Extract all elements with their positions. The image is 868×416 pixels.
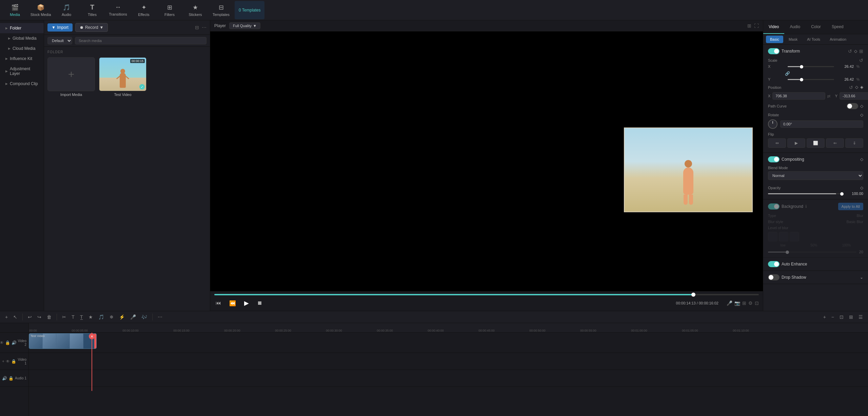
background-info-icon[interactable]: ℹ (805, 204, 807, 209)
keyframe-icon[interactable]: ◇ (854, 49, 857, 54)
rotate-diamond[interactable]: ◇ (860, 113, 863, 117)
link-icon[interactable]: 🔗 (785, 71, 790, 76)
tl-cursor-button[interactable]: ↖ (12, 313, 19, 321)
blend-mode-select[interactable]: Normal (768, 171, 863, 180)
v1-eye-icon[interactable]: 👁 (6, 359, 10, 364)
scale-reset[interactable]: ↺ (859, 58, 863, 63)
position-x-input[interactable] (772, 92, 825, 100)
play-button[interactable]: ▶ (243, 298, 250, 308)
drop-shadow-toggle[interactable] (768, 274, 780, 280)
tl-voiceover-button[interactable]: 🎤 (129, 313, 138, 321)
playhead-x-mark[interactable]: ✕ (89, 333, 95, 339)
tl-grid-button[interactable]: ⊞ (847, 313, 855, 321)
skip-back-button[interactable]: ⏮ (214, 299, 222, 308)
scale-x-slider[interactable] (788, 66, 834, 67)
add-track-button[interactable]: + (3, 313, 9, 321)
drop-shadow-expand[interactable]: ⌄ (860, 275, 863, 280)
nav-stock-media[interactable]: 📦 Stock Media (28, 1, 53, 19)
pip-icon[interactable]: ⊞ (742, 300, 746, 306)
tl-zoom-in-button[interactable]: + (822, 313, 828, 321)
a1-speaker-icon[interactable]: 🔊 (2, 376, 7, 381)
blur-slider[interactable] (768, 252, 856, 253)
import-media-item[interactable]: + Import Media (47, 57, 95, 97)
nav-templates-count[interactable]: 0 Templates (235, 1, 264, 19)
v2-speaker-icon[interactable]: 🔊 (12, 340, 17, 345)
nav-audio[interactable]: 🎵 Audio (54, 1, 79, 19)
nav-filters[interactable]: ⊞ Filters (157, 1, 182, 19)
compositing-diamond[interactable]: ◇ (860, 157, 863, 162)
v1-lock-icon[interactable]: 🔒 (11, 359, 16, 364)
playhead[interactable]: ✕ (92, 333, 92, 391)
scale-y-slider[interactable] (788, 79, 834, 80)
sort-select[interactable]: Default (47, 37, 72, 44)
tl-freeze-button[interactable]: ❄ (108, 313, 115, 321)
tl-music-button[interactable]: 🎶 (140, 313, 149, 321)
blur-handle[interactable] (786, 251, 789, 254)
opacity-diamond[interactable]: ◇ (860, 185, 863, 190)
tl-speed-button[interactable]: ⚡ (117, 313, 126, 321)
level-box-1[interactable] (768, 232, 777, 241)
subtab-animation[interactable]: Animation (826, 36, 850, 43)
zoom-fit-icon[interactable]: ⊡ (755, 300, 759, 306)
subtab-mask[interactable]: Mask (785, 36, 802, 43)
rotate-dial[interactable] (768, 119, 777, 129)
flip-play-button[interactable]: ▶ (787, 138, 805, 148)
nav-transitions[interactable]: ↔ Transitions (106, 1, 130, 19)
subtab-ai-tools[interactable]: AI Tools (803, 36, 824, 43)
nav-templates[interactable]: ⊟ Templates (209, 1, 233, 19)
video-clip-v2[interactable]: Test Video (29, 333, 97, 349)
sidebar-item-cloud[interactable]: ▶ Cloud Media (0, 43, 44, 54)
tab-color[interactable]: Color (806, 20, 826, 34)
flip-down-button[interactable]: ⇓ (845, 138, 863, 148)
progress-bar[interactable] (214, 294, 759, 295)
progress-handle[interactable] (691, 293, 695, 297)
timeline-ruler[interactable]: 00:00:00:00 00:00:05:00 00:00:10:00 00:0… (29, 323, 868, 333)
position-keyframe[interactable]: ◇ (855, 85, 858, 90)
import-button[interactable]: ▼ Import (47, 23, 73, 32)
v1-add-icon[interactable]: + (2, 359, 4, 364)
position-reset[interactable]: ↺ (849, 85, 853, 90)
level-box-2[interactable] (779, 232, 788, 241)
a1-lock-icon[interactable]: 🔒 (8, 376, 14, 381)
filter-icon[interactable]: ⊟ (195, 25, 199, 30)
background-toggle[interactable] (768, 203, 780, 210)
tl-redo-button[interactable]: ↪ (36, 313, 43, 321)
tl-audio-button[interactable]: 🎵 (97, 313, 106, 321)
compositing-toggle[interactable] (768, 156, 780, 162)
sidebar-item-folder[interactable]: ▶ Folder (0, 23, 44, 33)
snapshot-icon[interactable]: 📷 (734, 300, 740, 306)
tl-list-button[interactable]: ☰ (857, 313, 865, 321)
stop-button[interactable]: ⏹ (256, 299, 264, 308)
opacity-slider[interactable] (768, 193, 844, 194)
step-back-button[interactable]: ⏪ (228, 299, 237, 308)
tl-delete-button[interactable]: 🗑 (45, 313, 53, 321)
tab-video[interactable]: Video (763, 20, 784, 34)
sidebar-item-influence-kit[interactable]: ▶ Influence Kit (0, 54, 44, 64)
apply-all-button[interactable]: Apply to All (838, 203, 863, 210)
nav-effects[interactable]: ✦ Effects (132, 1, 156, 19)
fullscreen-icon[interactable]: ⛶ (754, 23, 759, 28)
auto-enhance-toggle[interactable] (768, 261, 780, 267)
tl-zoom-out-button[interactable]: − (830, 313, 836, 321)
sidebar-item-adjustment-layer[interactable]: ▶ Adjustment Layer (0, 64, 44, 79)
transform-toggle[interactable] (768, 48, 780, 54)
record-button[interactable]: ⏺ Record ▼ (75, 23, 108, 32)
opacity-handle[interactable] (840, 192, 844, 196)
tl-split-button[interactable]: ✂ (60, 313, 68, 321)
rotate-value-input[interactable]: 0.00° (780, 120, 863, 128)
path-curve-toggle[interactable] (847, 103, 858, 109)
quality-dropdown[interactable]: Full Quality ▼ (229, 22, 260, 29)
flip-h-button[interactable]: ⇔ (768, 138, 786, 148)
subtab-basic[interactable]: Basic (766, 36, 783, 43)
more-icon[interactable]: ⋯ (202, 25, 206, 30)
sidebar-item-global[interactable]: ▶ Global Media (0, 33, 44, 43)
tl-undo-button[interactable]: ↩ (26, 313, 34, 321)
flip-square-button[interactable]: ⬜ (807, 138, 825, 148)
flip-left-button[interactable]: ⇐ (826, 138, 844, 148)
reset-icon[interactable]: ↺ (848, 48, 852, 54)
tl-text-button[interactable]: T (70, 313, 76, 321)
v2-lock-icon[interactable]: 🔒 (5, 340, 10, 345)
nav-media[interactable]: 🎬 Media (3, 1, 27, 19)
position-y-input[interactable] (840, 92, 868, 100)
tab-speed[interactable]: Speed (826, 20, 849, 34)
